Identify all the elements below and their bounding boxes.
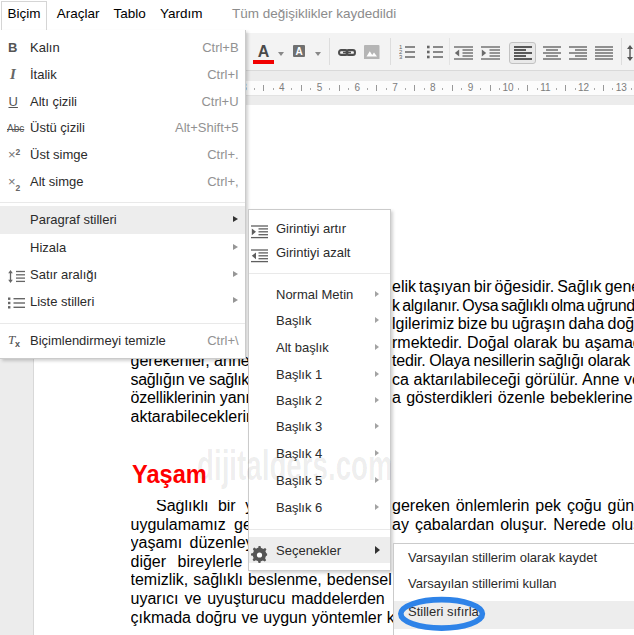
svg-text:3: 3 <box>399 54 403 59</box>
